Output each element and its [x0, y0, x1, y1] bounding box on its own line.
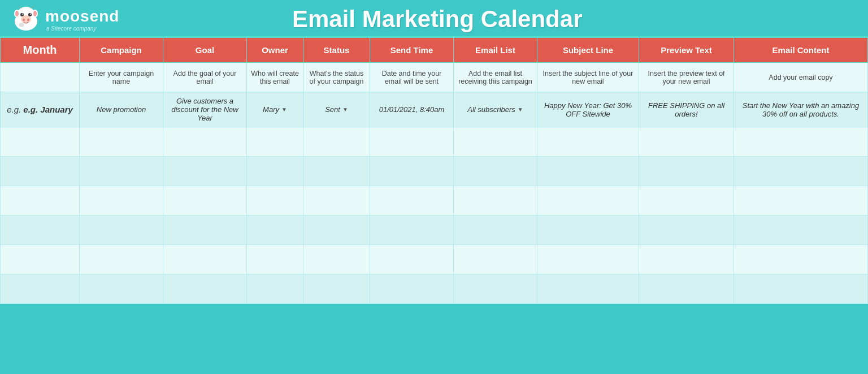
desc-goal: Add the goal of your email [163, 63, 247, 92]
empty-status-4[interactable] [303, 216, 370, 245]
col-header-month: Month [1, 38, 80, 63]
col-header-email-content: Email Content [734, 38, 868, 63]
col-header-goal: Goal [163, 38, 247, 63]
empty-campaign-1[interactable] [80, 127, 163, 157]
empty-owner-2[interactable] [247, 157, 303, 186]
empty-preview-3[interactable] [639, 186, 734, 216]
empty-campaign-6[interactable] [80, 274, 163, 304]
table-row [1, 127, 868, 157]
empty-campaign-3[interactable] [80, 186, 163, 216]
empty-month-2 [1, 157, 80, 186]
empty-campaign-5[interactable] [80, 245, 163, 274]
desc-owner: Who will create this email [247, 63, 303, 92]
empty-subject-1[interactable] [537, 127, 639, 157]
empty-campaign-4[interactable] [80, 216, 163, 245]
svg-point-10 [21, 15, 31, 23]
logo-tagline: a Sitecore company [46, 25, 96, 32]
empty-campaign-2[interactable] [80, 157, 163, 186]
example-owner: Mary ▼ [247, 92, 303, 127]
empty-goal-3[interactable] [163, 186, 247, 216]
empty-subject-6[interactable] [537, 274, 639, 304]
empty-owner-6[interactable] [247, 274, 303, 304]
empty-owner-3[interactable] [247, 186, 303, 216]
desc-month-empty [1, 63, 80, 92]
empty-month-5 [1, 245, 80, 274]
description-row: Enter your campaign name Add the goal of… [1, 63, 868, 92]
empty-goal-5[interactable] [163, 245, 247, 274]
empty-sendtime-3[interactable] [370, 186, 454, 216]
empty-emaillist-6[interactable] [454, 274, 537, 304]
table-row [1, 274, 868, 304]
empty-owner-5[interactable] [247, 245, 303, 274]
empty-preview-1[interactable] [639, 127, 734, 157]
example-campaign: New promotion [80, 92, 163, 127]
status-value: Sent [325, 105, 340, 114]
example-month-value: e.g. January [23, 105, 73, 114]
empty-content-4[interactable] [734, 216, 868, 245]
empty-status-1[interactable] [303, 127, 370, 157]
example-goal: Give customers a discount for the New Ye… [163, 92, 247, 127]
empty-goal-2[interactable] [163, 157, 247, 186]
owner-dropdown[interactable]: Mary ▼ [250, 105, 300, 114]
svg-point-4 [15, 11, 19, 16]
empty-content-5[interactable] [734, 245, 868, 274]
table-row [1, 186, 868, 216]
col-header-campaign: Campaign [80, 38, 163, 63]
svg-point-7 [28, 13, 32, 16]
status-dropdown[interactable]: Sent ▼ [307, 105, 366, 114]
empty-content-2[interactable] [734, 157, 868, 186]
empty-content-3[interactable] [734, 186, 868, 216]
table-row [1, 245, 868, 274]
empty-emaillist-3[interactable] [454, 186, 537, 216]
desc-send-time: Date and time your email will be sent [370, 63, 454, 92]
example-row: e.g. e.g. January New promotion Give cus… [1, 92, 868, 127]
empty-content-6[interactable] [734, 274, 868, 304]
empty-emaillist-2[interactable] [454, 157, 537, 186]
empty-emaillist-4[interactable] [454, 216, 537, 245]
svg-point-12 [27, 19, 29, 22]
logo-text-area: moosend a Sitecore company [45, 7, 119, 32]
empty-goal-4[interactable] [163, 216, 247, 245]
empty-status-6[interactable] [303, 274, 370, 304]
empty-sendtime-4[interactable] [370, 216, 454, 245]
svg-point-5 [33, 11, 37, 16]
status-dropdown-arrow-icon: ▼ [342, 106, 348, 113]
empty-goal-6[interactable] [163, 274, 247, 304]
empty-status-3[interactable] [303, 186, 370, 216]
header-row: Month Campaign Goal Owner Status Send Ti… [1, 38, 868, 63]
desc-email-list: Add the email list receiving this campai… [454, 63, 537, 92]
header: moosend a Sitecore company Email Marketi… [0, 0, 868, 37]
empty-sendtime-6[interactable] [370, 274, 454, 304]
empty-subject-2[interactable] [537, 157, 639, 186]
email-list-dropdown[interactable]: All subscribers ▼ [457, 105, 533, 114]
empty-sendtime-2[interactable] [370, 157, 454, 186]
empty-sendtime-5[interactable] [370, 245, 454, 274]
empty-preview-2[interactable] [639, 157, 734, 186]
empty-subject-3[interactable] [537, 186, 639, 216]
empty-content-1[interactable] [734, 127, 868, 157]
empty-preview-5[interactable] [639, 245, 734, 274]
empty-sendtime-1[interactable] [370, 127, 454, 157]
svg-point-6 [20, 13, 24, 16]
logo-name: moosend [45, 7, 119, 25]
empty-emaillist-5[interactable] [454, 245, 537, 274]
empty-owner-1[interactable] [247, 127, 303, 157]
table-row [1, 216, 868, 245]
empty-month-6 [1, 274, 80, 304]
empty-goal-1[interactable] [163, 127, 247, 157]
moosend-logo-icon [11, 6, 41, 33]
empty-subject-5[interactable] [537, 245, 639, 274]
example-email-list: All subscribers ▼ [454, 92, 537, 127]
example-status: Sent ▼ [303, 92, 370, 127]
empty-status-2[interactable] [303, 157, 370, 186]
empty-status-5[interactable] [303, 245, 370, 274]
empty-preview-4[interactable] [639, 216, 734, 245]
col-header-send-time: Send Time [370, 38, 454, 63]
empty-preview-6[interactable] [639, 274, 734, 304]
empty-emaillist-1[interactable] [454, 127, 537, 157]
col-header-owner: Owner [247, 38, 303, 63]
calendar-table: Month Campaign Goal Owner Status Send Ti… [0, 37, 868, 304]
table-container: Month Campaign Goal Owner Status Send Ti… [0, 37, 868, 374]
empty-owner-4[interactable] [247, 216, 303, 245]
empty-subject-4[interactable] [537, 216, 639, 245]
